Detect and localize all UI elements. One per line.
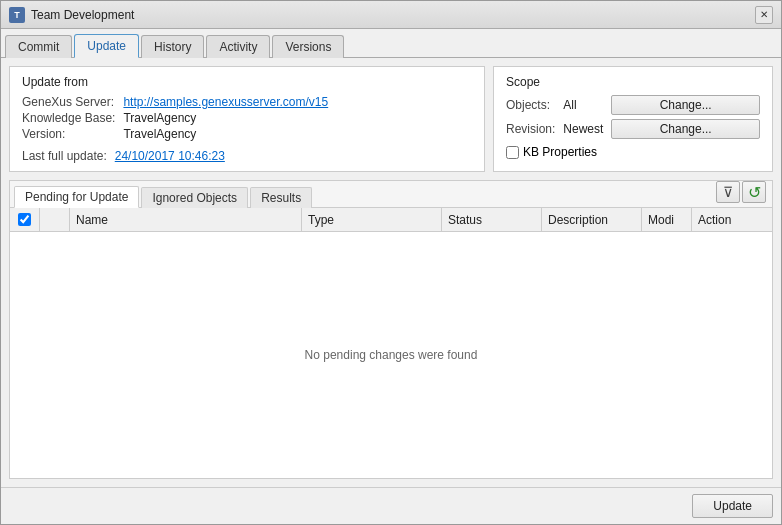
tab-versions[interactable]: Versions: [272, 35, 344, 58]
update-from-panel: Update from GeneXus Server: http://sampl…: [9, 66, 485, 172]
kb-properties-label: KB Properties: [523, 145, 597, 159]
refresh-button[interactable]: ↺: [742, 181, 766, 203]
close-button[interactable]: ✕: [755, 6, 773, 24]
update-button[interactable]: Update: [692, 494, 773, 518]
sub-tab-bar: Pending for Update Ignored Objects Resul…: [10, 181, 772, 208]
objects-change-button[interactable]: Change...: [611, 95, 760, 115]
table-body: No pending changes were found: [10, 232, 772, 478]
th-modi: Modi: [642, 208, 692, 231]
kb-properties-checkbox[interactable]: [506, 146, 519, 159]
tab-bar: Commit Update History Activity Versions: [1, 29, 781, 58]
table-area: Name Type Status Description Modi Action…: [10, 208, 772, 478]
kb-label: Knowledge Base:: [22, 111, 115, 125]
last-update-row: Last full update: 24/10/2017 10:46:23: [22, 149, 472, 163]
title-bar: T Team Development ✕: [1, 1, 781, 29]
refresh-icon: ↺: [748, 183, 761, 202]
sub-tab-pending[interactable]: Pending for Update: [14, 186, 139, 208]
last-update-label: Last full update:: [22, 149, 107, 163]
objects-label: Objects:: [506, 98, 555, 112]
server-value[interactable]: http://samples.genexusserver.com/v15: [123, 95, 472, 109]
tab-activity[interactable]: Activity: [206, 35, 270, 58]
tab-commit[interactable]: Commit: [5, 35, 72, 58]
th-checkbox: [10, 208, 40, 231]
scope-title: Scope: [506, 75, 760, 89]
th-name: Name: [70, 208, 302, 231]
revision-value: Newest: [563, 122, 603, 136]
kb-value: TravelAgency: [123, 111, 472, 125]
server-label: GeneXus Server:: [22, 95, 115, 109]
main-window: T Team Development ✕ Commit Update Histo…: [0, 0, 782, 525]
scope-panel: Scope Objects: All Change... Revision: N…: [493, 66, 773, 172]
filter-icon: ⊽: [723, 184, 733, 200]
tab-update[interactable]: Update: [74, 34, 139, 58]
window-title: Team Development: [31, 8, 134, 22]
title-bar-left: T Team Development: [9, 7, 134, 23]
sub-tab-results[interactable]: Results: [250, 187, 312, 208]
th-status: Status: [442, 208, 542, 231]
update-from-title: Update from: [22, 75, 472, 89]
sub-tab-area: Pending for Update Ignored Objects Resul…: [9, 180, 773, 479]
kb-properties-row: KB Properties: [506, 145, 760, 159]
tab-history[interactable]: History: [141, 35, 204, 58]
no-data-message: No pending changes were found: [305, 348, 478, 362]
th-col2: [40, 208, 70, 231]
th-action: Action: [692, 208, 772, 231]
select-all-checkbox[interactable]: [18, 213, 31, 226]
sub-tab-icons: ⊽ ↺: [716, 181, 766, 203]
sub-tab-ignored[interactable]: Ignored Objects: [141, 187, 248, 208]
table-header: Name Type Status Description Modi Action: [10, 208, 772, 232]
revision-label: Revision:: [506, 122, 555, 136]
close-icon: ✕: [760, 9, 768, 20]
revision-change-button[interactable]: Change...: [611, 119, 760, 139]
scope-grid: Objects: All Change... Revision: Newest …: [506, 95, 760, 139]
th-type: Type: [302, 208, 442, 231]
filter-button[interactable]: ⊽: [716, 181, 740, 203]
version-value: TravelAgency: [123, 127, 472, 141]
th-description: Description: [542, 208, 642, 231]
info-row: Update from GeneXus Server: http://sampl…: [9, 66, 773, 172]
main-content: Update from GeneXus Server: http://sampl…: [1, 58, 781, 487]
bottom-bar: Update: [1, 487, 781, 524]
window-icon: T: [9, 7, 25, 23]
last-update-value: 24/10/2017 10:46:23: [115, 149, 225, 163]
update-from-grid: GeneXus Server: http://samples.genexusse…: [22, 95, 472, 141]
objects-value: All: [563, 98, 603, 112]
version-label: Version:: [22, 127, 115, 141]
